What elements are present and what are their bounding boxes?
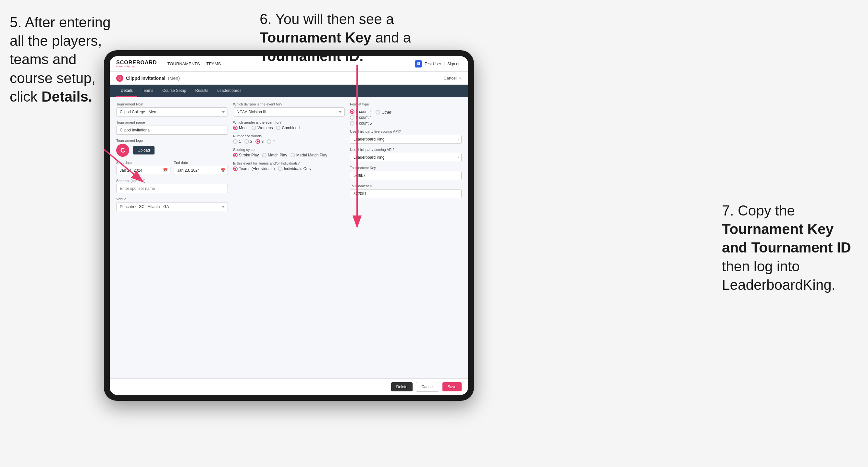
cancel-button[interactable]: Cancel: [416, 382, 439, 392]
end-date-label: End date: [174, 161, 228, 164]
teams-plus-individuals[interactable]: Teams (+Individuals): [233, 166, 275, 171]
format-5count4-dot: [350, 110, 354, 114]
live-scoring2-input[interactable]: [350, 153, 462, 162]
tablet-screen: SCOREBOARD Powered by clippd TOURNAMENTS…: [110, 56, 468, 395]
tab-course-setup[interactable]: Course Setup: [158, 85, 190, 97]
tab-details[interactable]: Details: [116, 85, 137, 97]
col-left: Tournament Host Clippd College - Men Tou…: [116, 102, 228, 211]
brand-logo: SCOREBOARD Powered by clippd: [116, 60, 157, 68]
venue-section: Venue Peachtree GC - Atlanta - GA: [116, 197, 228, 211]
scoring-radio-group: Stroke Play Match Play Medal Match Play: [233, 153, 345, 157]
live-scoring-input[interactable]: [350, 135, 462, 144]
gender-womens-dot: [252, 126, 256, 130]
tournament-name-input[interactable]: [116, 126, 228, 135]
scoring-medal-match[interactable]: Medal Match Play: [290, 153, 327, 157]
venue-select[interactable]: Peachtree GC - Atlanta - GA: [116, 202, 228, 211]
rounds-1[interactable]: 1: [233, 139, 241, 144]
main-content: Tournament Host Clippd College - Men Tou…: [110, 97, 468, 378]
rounds-1-label: 1: [239, 139, 241, 144]
logo-upload-row: C Upload: [116, 144, 228, 157]
col-right: Format type 5 count 4: [350, 102, 462, 211]
tab-leaderboards[interactable]: Leaderboards: [213, 85, 246, 97]
tournament-name-section: Tournament name: [116, 120, 228, 135]
gender-combined-dot: [276, 126, 280, 130]
tab-teams[interactable]: Teams: [137, 85, 158, 97]
start-date-input[interactable]: [116, 166, 170, 175]
scoring-label: Scoring system: [233, 148, 345, 152]
format-6count4[interactable]: 6 count 4: [350, 115, 372, 120]
rounds-2-dot: [244, 139, 249, 144]
sponsor-input[interactable]: [116, 184, 228, 193]
format-6count5[interactable]: 6 count 5: [350, 121, 372, 126]
live-scoring-section2: Use third-party scoring API? ×: [350, 148, 462, 162]
col-middle: Which division is the event for? NCAA Di…: [233, 102, 345, 211]
rounds-1-dot: [233, 139, 238, 144]
format-label: Format type: [350, 102, 462, 106]
tournament-name-label: Tournament name: [116, 120, 228, 124]
format-radio-col: 5 count 4 6 count 4 6 count 5: [350, 110, 462, 126]
gender-section: Which gender is the event for? Mens Wome…: [233, 120, 345, 130]
gender-combined[interactable]: Combined: [276, 126, 300, 130]
gender-mens[interactable]: Mens: [233, 126, 248, 130]
individuals-label: Individuals Only: [284, 166, 311, 171]
teams-section: Is this event for Teams and/or Individua…: [233, 161, 345, 171]
format-6count4-label: 6 count 4: [356, 115, 372, 120]
live-scoring-label2: Use third-party scoring API?: [350, 148, 462, 152]
delete-button[interactable]: Delete: [391, 382, 413, 392]
rounds-3[interactable]: 3: [255, 139, 264, 144]
tournament-host-label: Tournament Host: [116, 102, 228, 106]
gender-mens-dot: [233, 126, 238, 130]
save-button[interactable]: Save: [442, 382, 462, 392]
sponsor-section: Sponsor (optional): [116, 179, 228, 193]
brand-sub: Powered by clippd: [116, 65, 157, 68]
format-other[interactable]: Other: [376, 110, 391, 115]
tournament-id-label: Tournament ID: [350, 184, 462, 188]
live-scoring2-clear[interactable]: ×: [457, 155, 460, 160]
gender-womens-label: Womens: [257, 126, 273, 130]
scoring-match-dot: [262, 153, 267, 157]
annotation-right: 7. Copy theTournament Keyand Tournament …: [722, 201, 858, 294]
scoring-medal-label: Medal Match Play: [297, 153, 327, 157]
rounds-2-label: 2: [250, 139, 252, 144]
scoring-section: Scoring system Stroke Play Match Play: [233, 148, 345, 157]
rounds-label: Number of rounds: [233, 134, 345, 138]
nav-tournaments[interactable]: TOURNAMENTS: [167, 61, 200, 66]
tournament-host-select[interactable]: Clippd College - Men: [116, 107, 228, 117]
teams-radio-group: Teams (+Individuals) Individuals Only: [233, 166, 345, 171]
gender-label: Which gender is the event for?: [233, 120, 345, 124]
end-date-input[interactable]: [174, 166, 228, 175]
annotation-copy-key-bold: Tournament Keyand Tournament ID: [722, 221, 851, 255]
rounds-2[interactable]: 2: [244, 139, 252, 144]
annotation-top: 6. You will then see aTournament Key and…: [260, 10, 448, 66]
brand-name: SCOREBOARD: [116, 60, 157, 65]
format-other-dot: [376, 110, 380, 115]
dates-section: Start date 📅 End date 📅: [116, 161, 228, 175]
sign-out-link[interactable]: Sign out: [447, 62, 462, 66]
scoring-match[interactable]: Match Play: [262, 153, 287, 157]
tournament-logo: C: [116, 75, 123, 82]
live-scoring-section: Use third-party live scoring API? ×: [350, 129, 462, 144]
tab-results[interactable]: Results: [190, 85, 213, 97]
live-scoring-clear[interactable]: ×: [457, 137, 460, 142]
individuals-only[interactable]: Individuals Only: [278, 166, 311, 171]
nav-links: TOURNAMENTS TEAMS: [167, 61, 221, 66]
tournament-key-label: Tournament Key: [350, 166, 462, 170]
rounds-section: Number of rounds 1 2: [233, 134, 345, 144]
nav-teams[interactable]: TEAMS: [207, 61, 221, 66]
upload-button[interactable]: Upload: [133, 146, 155, 154]
division-section: Which division is the event for? NCAA Di…: [233, 102, 345, 117]
division-select[interactable]: NCAA Division III: [233, 107, 345, 117]
cancel-button-header[interactable]: Cancel ×: [443, 75, 462, 81]
tournament-id-section: Tournament ID 302051: [350, 184, 462, 198]
scoring-medal-dot: [290, 153, 295, 157]
format-section: Format type 5 count 4: [350, 102, 462, 126]
form-grid: Tournament Host Clippd College - Men Tou…: [116, 102, 462, 211]
gender-womens[interactable]: Womens: [252, 126, 273, 130]
rounds-4[interactable]: 4: [267, 139, 275, 144]
tournament-title-row: C Clippd Invitational (Men): [116, 75, 180, 82]
format-5count4[interactable]: 5 count 4: [350, 110, 372, 114]
scoring-stroke[interactable]: Stroke Play: [233, 153, 259, 157]
tournament-key-section: Tournament Key b4f6b7: [350, 166, 462, 180]
tournament-logo-label: Tournament logo: [116, 138, 228, 143]
logo-c-circle: C: [116, 144, 129, 157]
